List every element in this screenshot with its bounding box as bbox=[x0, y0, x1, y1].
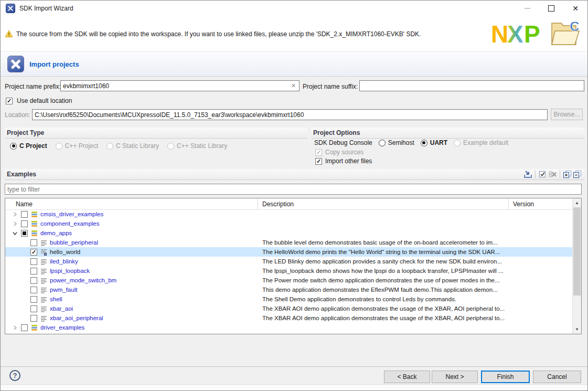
example-icon bbox=[40, 296, 47, 303]
example-version bbox=[509, 323, 572, 332]
row-checkbox[interactable] bbox=[30, 315, 37, 322]
project-options-header: Project Options bbox=[311, 128, 584, 139]
deselect-all-icon[interactable] bbox=[548, 170, 558, 179]
example-icon bbox=[40, 315, 47, 322]
radio-semihost[interactable]: Semihost bbox=[379, 139, 414, 146]
radio-cpp-static-library[interactable]: C++ Static Library bbox=[167, 142, 227, 150]
table-row[interactable]: iled_blinkyThe LED Blinky demo applicati… bbox=[5, 257, 572, 266]
cancel-button[interactable]: Cancel bbox=[533, 371, 581, 383]
name-cell: component_examples bbox=[5, 219, 258, 228]
row-checkbox[interactable] bbox=[30, 296, 37, 303]
scroll-up-icon[interactable]: ▲ bbox=[573, 198, 581, 207]
header: The source from the SDK will be copied i… bbox=[1, 16, 587, 51]
row-checkbox[interactable] bbox=[30, 249, 37, 256]
project-type-options: C Project C++ Project C Static Library C… bbox=[10, 142, 227, 150]
name-cell: demo_apps bbox=[5, 228, 258, 238]
table-row[interactable]: power_mode_switch_bmThe Power mode switc… bbox=[5, 276, 572, 285]
column-header-description[interactable]: Description bbox=[258, 198, 509, 209]
row-checkbox[interactable] bbox=[21, 220, 28, 227]
radio-label: C++ Project bbox=[65, 142, 98, 150]
project-options-title: Project Options bbox=[313, 129, 360, 136]
sdk-debug-console-label: SDK Debug Console bbox=[314, 139, 372, 146]
svg-text:N: N bbox=[491, 20, 508, 47]
table-row[interactable]: driver_examples bbox=[5, 323, 572, 332]
radio-icon bbox=[10, 143, 17, 150]
table-row[interactable]: lpspi_loopbackThe lpspi_loopback demo sh… bbox=[5, 266, 572, 276]
example-name: driver_examples bbox=[40, 324, 84, 331]
back-button[interactable]: < Back bbox=[384, 371, 430, 383]
wizard-banner: Import projects bbox=[1, 51, 587, 77]
column-header-version[interactable]: Version bbox=[509, 198, 573, 209]
clear-prefix-icon[interactable]: ✕ bbox=[291, 83, 296, 89]
finish-button[interactable]: Finish bbox=[481, 371, 530, 383]
maximize-button[interactable] bbox=[539, 1, 563, 16]
radio-uart[interactable]: UART bbox=[421, 139, 447, 146]
table-row[interactable]: xbar_aoiThe XBAR AOI demo application de… bbox=[5, 304, 572, 313]
row-checkbox[interactable] bbox=[30, 287, 37, 293]
row-checkbox[interactable] bbox=[21, 211, 28, 218]
row-checkbox[interactable] bbox=[30, 268, 37, 274]
row-checkbox[interactable] bbox=[21, 230, 28, 237]
expand-all-icon[interactable] bbox=[562, 170, 572, 179]
close-button[interactable]: ✕ bbox=[563, 1, 587, 16]
example-version bbox=[509, 219, 572, 228]
radio-example-default[interactable]: Example default bbox=[454, 139, 508, 146]
vertical-scrollbar[interactable]: ▲ ▼ bbox=[572, 198, 581, 334]
import-sdk-examples-icon[interactable] bbox=[523, 170, 533, 179]
chevron-right-icon[interactable] bbox=[13, 325, 21, 330]
row-checkbox[interactable] bbox=[30, 277, 37, 284]
radio-c-project[interactable]: C Project bbox=[10, 142, 47, 150]
radio-icon bbox=[106, 143, 113, 150]
import-other-files-row[interactable]: Import other files bbox=[315, 157, 372, 165]
collapse-all-icon[interactable] bbox=[572, 170, 582, 179]
help-button[interactable]: ? bbox=[9, 370, 20, 381]
filter-input[interactable] bbox=[5, 184, 582, 195]
table-row[interactable]: demo_apps bbox=[5, 228, 572, 238]
project-name-suffix-input[interactable] bbox=[359, 80, 584, 91]
example-version bbox=[509, 276, 572, 285]
table-row[interactable]: bubble_peripheralThe bubble level demo d… bbox=[5, 238, 572, 247]
chevron-right-icon[interactable] bbox=[13, 221, 21, 226]
example-version bbox=[509, 238, 572, 247]
select-all-icon[interactable] bbox=[538, 170, 548, 179]
project-name-prefix-input[interactable] bbox=[60, 80, 300, 91]
example-version bbox=[509, 285, 572, 294]
column-header-name[interactable]: Name bbox=[5, 198, 258, 209]
radio-icon bbox=[379, 140, 386, 146]
radio-label: Semihost bbox=[388, 139, 414, 146]
copy-sources-row: Copy sources bbox=[315, 149, 364, 156]
close-icon: ✕ bbox=[572, 5, 579, 12]
table-row[interactable]: hello_worldThe HelloWorld demo prints th… bbox=[5, 247, 572, 257]
chevron-right-icon[interactable] bbox=[13, 212, 21, 217]
table-row[interactable]: xbar_aoi_peripheralThe XBAR AOI demo app… bbox=[5, 313, 572, 323]
radio-c-static-library[interactable]: C Static Library bbox=[106, 142, 159, 150]
window-title: SDK Import Wizard bbox=[19, 5, 73, 12]
table-row[interactable]: shellThe Shell Demo application demonstr… bbox=[5, 294, 572, 304]
scrollbar-thumb[interactable] bbox=[573, 207, 581, 295]
toolbar-separator bbox=[560, 170, 560, 178]
example-name: lpspi_loopback bbox=[50, 268, 90, 274]
example-description: The bubble level demo demonstrates basic… bbox=[258, 238, 509, 247]
use-default-location-checkbox[interactable] bbox=[6, 98, 13, 104]
next-button[interactable]: Next > bbox=[432, 371, 478, 383]
example-name: xbar_aoi bbox=[50, 305, 73, 312]
scroll-down-icon[interactable]: ▼ bbox=[573, 325, 581, 334]
example-name: bubble_peripheral bbox=[50, 239, 98, 246]
table-row[interactable]: component_examples bbox=[5, 219, 572, 228]
table-row[interactable]: pwm_faultThis demo application demonstra… bbox=[5, 285, 572, 294]
radio-label: C Project bbox=[19, 142, 47, 150]
import-other-files-checkbox[interactable] bbox=[315, 158, 322, 165]
warning-text: The source from the SDK will be copied i… bbox=[16, 30, 421, 38]
use-default-location-row[interactable]: Use default location bbox=[6, 97, 72, 104]
row-checkbox[interactable] bbox=[30, 258, 37, 265]
copy-sources-checkbox bbox=[315, 149, 322, 156]
chevron-down-icon[interactable] bbox=[13, 231, 21, 236]
table-row[interactable]: cmsis_driver_examples bbox=[5, 209, 572, 219]
row-checkbox[interactable] bbox=[30, 239, 37, 246]
row-checkbox[interactable] bbox=[21, 324, 28, 331]
browse-button[interactable]: Browse... bbox=[551, 109, 583, 120]
example-version bbox=[509, 266, 572, 276]
row-checkbox[interactable] bbox=[30, 305, 37, 312]
radio-cpp-project[interactable]: C++ Project bbox=[56, 142, 98, 150]
minimize-button[interactable] bbox=[515, 1, 539, 16]
